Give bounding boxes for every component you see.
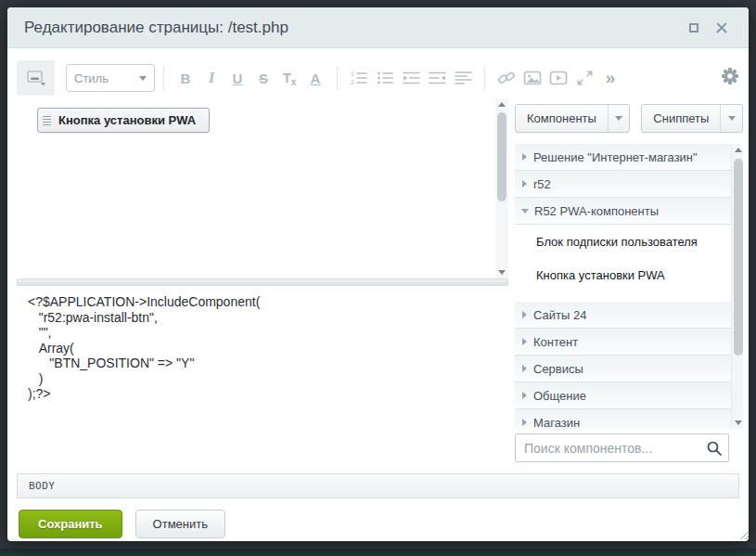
snippets-button[interactable]: Сниппеты (642, 105, 720, 132)
visual-editor-canvas[interactable]: Кнопка установки PWA (17, 98, 508, 278)
dialog-titlebar: Редактирование страницы: /test.php (7, 7, 749, 48)
video-icon (549, 70, 568, 86)
tree-item-subscribe-block[interactable]: Блок подписки пользователя (515, 225, 731, 258)
bold-button[interactable]: B (173, 64, 198, 92)
tree-category-sites24[interactable]: Сайты 24 (515, 302, 731, 329)
visual-editor-scrollbar[interactable] (495, 98, 508, 278)
gear-icon (721, 67, 739, 85)
tree-category-label: Сайты 24 (533, 308, 586, 322)
maximize-icon (689, 23, 698, 32)
indent-button[interactable] (399, 64, 423, 92)
image-button[interactable] (520, 64, 545, 92)
snippets-dropdown-button[interactable] (720, 105, 742, 132)
link-icon (497, 70, 516, 86)
underline-icon: U (233, 71, 243, 86)
dialog-footer: Сохранить Отменить (17, 507, 739, 540)
components-button[interactable]: Компоненты (516, 105, 608, 132)
align-left-icon (455, 70, 472, 86)
tree-category-r52[interactable]: r52 (515, 171, 731, 198)
style-dropdown-label: Стиль (74, 71, 109, 85)
chevron-down-icon (615, 116, 622, 121)
scroll-up-icon[interactable] (495, 98, 508, 110)
components-split-button: Компоненты (515, 104, 630, 133)
components-sidebar: Компоненты Сниппеты Решение "Интернет-ма… (515, 104, 743, 462)
italic-button[interactable]: I (199, 64, 224, 92)
close-button[interactable] (711, 18, 732, 38)
snippets-split-button: Сниппеты (641, 104, 743, 133)
fullscreen-button[interactable] (572, 64, 596, 92)
components-tree: Решение "Интернет-магазин" r52 R52 PWA-к… (515, 144, 743, 429)
outdent-button[interactable] (425, 64, 449, 92)
chevron-right-icon (522, 153, 527, 161)
fullscreen-icon (576, 70, 594, 86)
chevron-down-icon (139, 76, 147, 81)
text-color-icon: A (311, 71, 321, 86)
svg-text:2: 2 (351, 79, 354, 85)
tree-item-label: Кнопка установки PWA (536, 268, 665, 282)
strikethrough-icon: S (259, 71, 268, 86)
bullet-list-icon (377, 70, 394, 86)
edit-page-dialog: Редактирование страницы: /test.php Стиль… (7, 7, 749, 541)
save-button[interactable]: Сохранить (19, 510, 122, 538)
clear-format-button[interactable]: Tx (277, 64, 301, 92)
tree-category-content[interactable]: Контент (515, 329, 731, 356)
sidebar-buttons-row: Компоненты Сниппеты (515, 104, 743, 133)
tree-spacer (515, 291, 731, 302)
drag-handle-icon[interactable] (38, 109, 55, 132)
code-content[interactable]: <?$APPLICATION->IncludeComponent( "r52:p… (17, 287, 508, 402)
tree-category-label: Решение "Интернет-магазин" (533, 150, 698, 164)
more-tools-button[interactable]: » (598, 64, 622, 92)
tree-category-r52-pwa[interactable]: R52 PWA-компоненты (515, 198, 731, 225)
tree-category-label: Сервисы (533, 362, 583, 376)
tree-category-label: Общение (533, 389, 586, 403)
tree-category-label: r52 (533, 177, 551, 191)
scrollbar-thumb[interactable] (734, 159, 743, 356)
bold-icon: B (181, 71, 191, 86)
chevron-right-icon (522, 338, 527, 345)
settings-button[interactable] (721, 67, 739, 89)
component-search-input[interactable] (516, 441, 700, 456)
component-search (515, 433, 729, 462)
text-color-button[interactable]: A (303, 64, 327, 92)
tree-item-label: Блок подписки пользователя (536, 235, 698, 249)
tree-category-internet-shop[interactable]: Решение "Интернет-магазин" (515, 144, 731, 171)
scroll-down-icon[interactable] (495, 266, 508, 278)
scroll-up-icon[interactable] (732, 144, 743, 156)
chevron-down-icon (521, 209, 529, 213)
underline-button[interactable]: U (225, 64, 250, 92)
search-icon (706, 440, 723, 457)
tree-item-pwa-install-button[interactable]: Кнопка установки PWA (515, 258, 731, 291)
chevron-right-icon (522, 392, 527, 399)
maximize-button[interactable] (684, 18, 704, 38)
components-dropdown-button[interactable] (608, 105, 629, 132)
tree-category-shop[interactable]: Магазин (515, 409, 731, 429)
dialog-title: Редактирование страницы: /test.php (24, 19, 676, 37)
insert-component-button[interactable] (17, 60, 55, 96)
video-button[interactable] (546, 64, 570, 92)
tree-category-label: Магазин (533, 416, 580, 430)
component-icon (26, 70, 46, 86)
tree-scrollbar[interactable] (731, 144, 743, 429)
style-dropdown[interactable]: Стиль (66, 64, 155, 92)
dom-path-statusbar: BODY (17, 473, 739, 498)
image-icon (523, 70, 542, 86)
bullet-list-button[interactable] (373, 64, 397, 92)
chevron-right-icon (522, 180, 527, 187)
tree-category-communication[interactable]: Общение (515, 382, 731, 409)
link-button[interactable] (494, 64, 519, 92)
scrollbar-thumb[interactable] (497, 112, 506, 201)
toolbar-divider (337, 66, 338, 90)
indent-icon (403, 70, 420, 86)
cancel-button[interactable]: Отменить (135, 510, 225, 538)
align-button[interactable] (451, 64, 475, 92)
canvas-component-block[interactable]: Кнопка установки PWA (37, 108, 210, 133)
panes-splitter[interactable] (17, 278, 508, 286)
code-editor[interactable]: <?$APPLICATION->IncludeComponent( "r52:p… (17, 287, 508, 470)
tree-category-services[interactable]: Сервисы (515, 356, 731, 382)
page-underlay-strip (0, 549, 756, 556)
scroll-down-icon[interactable] (732, 417, 743, 429)
strikethrough-button[interactable]: S (251, 64, 275, 92)
ordered-list-button[interactable]: 1 2 (347, 64, 371, 92)
search-button[interactable] (700, 440, 728, 457)
close-icon (716, 22, 727, 33)
